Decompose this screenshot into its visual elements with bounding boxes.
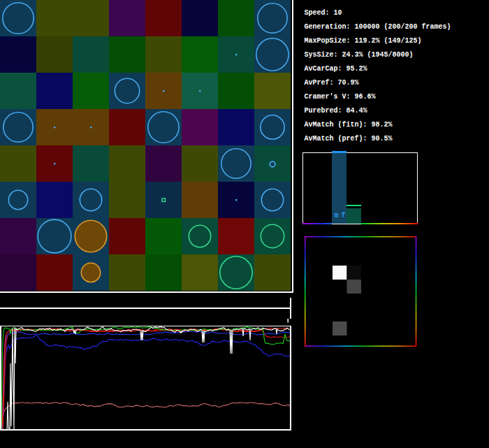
svg-text:f: f <box>342 212 346 219</box>
svg-text:Cramer's V: 96.6%: Cramer's V: 96.6% <box>305 93 376 101</box>
svg-text:SysSize: 24.3% (1945/8000): SysSize: 24.3% (1945/8000) <box>305 51 414 59</box>
svg-text:Purebred: 84.4%: Purebred: 84.4% <box>305 107 367 115</box>
svg-text:AvMatch (pref): 90.5%: AvMatch (pref): 90.5% <box>305 135 393 143</box>
svg-text:AvMatch (fitn): 98.2%: AvMatch (fitn): 98.2% <box>305 121 393 129</box>
svg-text:Speed: 10: Speed: 10 <box>305 9 342 17</box>
svg-text:m: m <box>335 212 339 219</box>
svg-text:Generation: 100000 (200/200 fr: Generation: 100000 (200/200 frames) <box>305 23 451 31</box>
svg-text:AvPref: 70.9%: AvPref: 70.9% <box>305 79 359 87</box>
svg-text:MaxPopSize: 119.2% (149/125): MaxPopSize: 119.2% (149/125) <box>305 37 422 45</box>
svg-text:AvCarCap: 95.2%: AvCarCap: 95.2% <box>305 65 367 73</box>
